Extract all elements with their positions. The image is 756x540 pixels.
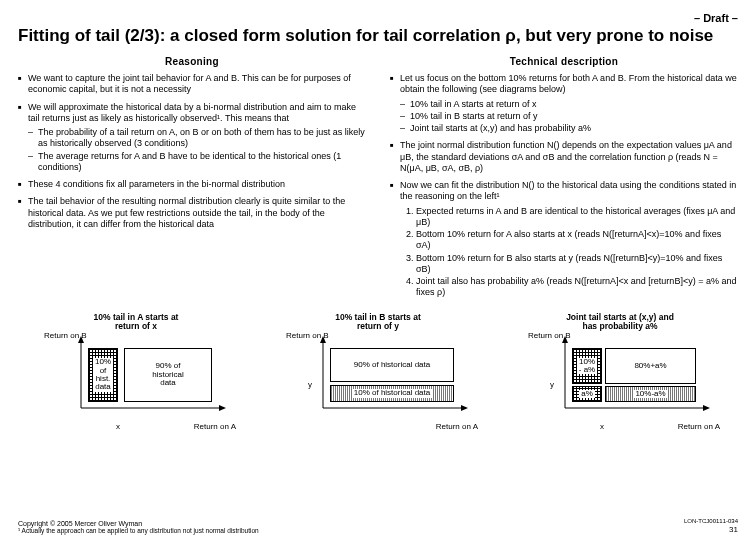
diag-a-title: 10% tail in A starts at return of x <box>94 313 179 333</box>
footer: Copyright © 2005 Mercer Oliver Wyman ¹ A… <box>18 520 738 534</box>
y-tick: y <box>550 380 554 389</box>
reasoning-bullet: The tail behavior of the resulting norma… <box>18 196 366 230</box>
tech-step: Bottom 10% return for A also starts at x… <box>416 229 738 252</box>
doc-id: LON-TCJ00111-034 <box>684 518 738 524</box>
reasoning-sub: The average returns for A and B have to … <box>28 151 366 174</box>
hist-10-box: 10% of hist. data <box>88 348 118 402</box>
tech-step: Joint tail also has probability a% (read… <box>416 276 738 299</box>
x-axis-label: Return on A <box>194 422 236 431</box>
box-bl: a% <box>572 386 602 402</box>
tech-bullet: Now we can fit the distribution N() to t… <box>390 180 738 299</box>
tech-sub: 10% tail in B starts at return of y <box>400 111 738 122</box>
label: a% <box>579 390 595 398</box>
reasoning-bullet: We will approximate the historical data … <box>18 102 366 174</box>
technical-head: Technical description <box>390 56 738 67</box>
tech-bullet: The joint normal distribution function N… <box>390 140 738 174</box>
label: 90% of historical data <box>152 362 184 387</box>
label: 90% of historical data <box>354 361 431 369</box>
hist-90-box: 90% of historical data <box>124 348 212 402</box>
y-tick: y <box>308 380 312 389</box>
reasoning-sub: The probability of a tail return on A, o… <box>28 127 366 150</box>
label: 80%+a% <box>634 362 666 370</box>
footnote: ¹ Actually the approach can be applied t… <box>18 527 738 534</box>
box-tr: 80%+a% <box>605 348 696 384</box>
svg-marker-2 <box>78 336 84 343</box>
x-tick: x <box>600 422 604 431</box>
copyright: Copyright © 2005 Mercer Oliver Wyman <box>18 520 738 527</box>
tech-sub: Joint tail starts at (x,y) and has proba… <box>400 123 738 134</box>
x-axis-label: Return on A <box>678 422 720 431</box>
label: 10% - a% <box>577 358 597 375</box>
tech-step: Expected returns in A and B are identica… <box>416 206 738 229</box>
label: 10% of historical data <box>352 389 433 397</box>
diag-b-title: 10% tail in B starts at return of y <box>335 313 421 333</box>
hist-90-box: 90% of historical data <box>330 348 454 382</box>
x-tick: x <box>116 422 120 431</box>
tech-step: Bottom 10% return for B also starts at y… <box>416 253 738 276</box>
reasoning-bullet: We want to capture the joint tail behavi… <box>18 73 366 96</box>
x-axis-label: Return on A <box>436 422 478 431</box>
reasoning-bullet: These 4 conditions fix all parameters in… <box>18 179 366 190</box>
diagram-b: 10% tail in B starts at return of y Retu… <box>260 313 496 422</box>
tech-bullet: Let us focus on the bottom 10% returns f… <box>390 73 738 134</box>
draft-label: – Draft – <box>18 12 738 24</box>
svg-marker-7 <box>461 405 468 411</box>
svg-marker-3 <box>219 405 226 411</box>
label: 10% of hist. data <box>93 358 113 392</box>
tech-sub: 10% tail in A starts at return of x <box>400 99 738 110</box>
reasoning-head: Reasoning <box>18 56 366 67</box>
page-title: Fitting of tail (2/3): a closed form sol… <box>18 26 738 46</box>
text: Now we can fit the distribution N() to t… <box>400 180 736 201</box>
content-columns: Reasoning We want to capture the joint t… <box>18 56 738 305</box>
technical-column: Technical description Let us focus on th… <box>390 56 738 305</box>
text: Let us focus on the bottom 10% returns f… <box>400 73 737 94</box>
box-br: 10%-a% <box>605 386 696 402</box>
reasoning-column: Reasoning We want to capture the joint t… <box>18 56 366 305</box>
svg-marker-11 <box>703 405 710 411</box>
diagrams-row: 10% tail in A starts at return of x Retu… <box>18 313 738 422</box>
diag-joint-title: Joint tail starts at (x,y) and has proba… <box>566 313 674 333</box>
page-number: 31 <box>729 525 738 534</box>
text: We will approximate the historical data … <box>28 102 356 123</box>
diagram-a: 10% tail in A starts at return of x Retu… <box>18 313 254 422</box>
hist-10-box: 10% of historical data <box>330 385 454 402</box>
box-tl: 10% - a% <box>572 348 602 384</box>
diagram-joint: Joint tail starts at (x,y) and has proba… <box>502 313 738 422</box>
label: 10%-a% <box>633 390 667 398</box>
svg-marker-6 <box>320 336 326 343</box>
svg-marker-10 <box>562 336 568 343</box>
